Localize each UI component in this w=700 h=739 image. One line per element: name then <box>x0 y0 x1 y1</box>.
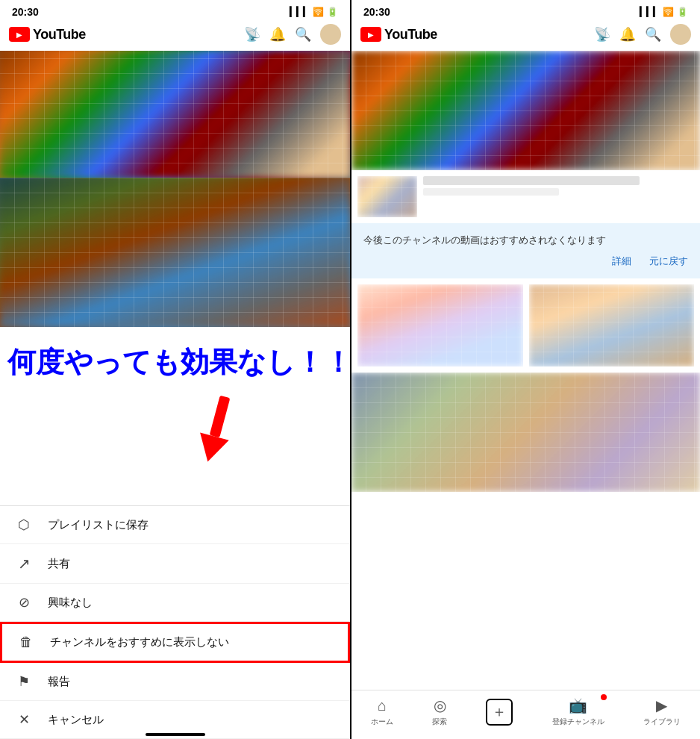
left-status-time: 20:30 <box>12 6 39 18</box>
channel-hide-icon: 🗑 <box>17 634 35 650</box>
right-big-lower-thumb <box>351 372 700 492</box>
avatar[interactable] <box>320 24 341 45</box>
left-yt-logo: YouTube <box>9 27 86 43</box>
menu-notinterested-label: 興味なし <box>48 596 93 610</box>
right-status-bar: 20:30 ▎▎▎ 🛜 🔋 <box>351 0 700 21</box>
right-phone: 20:30 ▎▎▎ 🛜 🔋 YouTube 📡 🔔 🔍 <box>350 0 700 739</box>
library-icon: ▶ <box>656 696 667 714</box>
youtube-logo-text: YouTube <box>33 27 86 43</box>
menu-item-save[interactable]: ⬡ プレイリストに保存 <box>0 506 350 544</box>
report-icon: ⚑ <box>15 673 33 690</box>
save-icon: ⬡ <box>15 517 33 533</box>
bell-icon[interactable]: 🔔 <box>269 26 286 43</box>
right-lower-thumbs <box>351 278 700 372</box>
notification-text: 今後このチャンネルの動画はおすすめされなくなります <box>363 234 688 247</box>
cast-icon[interactable]: 📡 <box>244 26 260 43</box>
notinterested-icon: ⊘ <box>15 594 33 611</box>
right-partial-thumb <box>357 176 417 217</box>
nav-subscriptions[interactable]: 📺 登録チャンネル <box>552 696 604 727</box>
right-yt-logo: YouTube <box>360 27 437 43</box>
nav-home-label: ホーム <box>371 717 393 727</box>
explore-icon: ◎ <box>434 696 446 714</box>
menu-share-label: 共有 <box>48 557 70 571</box>
nav-subscriptions-label: 登録チャンネル <box>552 717 604 727</box>
right-cast-icon[interactable]: 📡 <box>594 26 610 43</box>
subscriptions-icon: 📺 <box>569 696 587 714</box>
nav-add[interactable]: ＋ <box>486 699 513 726</box>
left-status-bar: 20:30 ▎▎▎ 🛜 🔋 <box>0 0 350 21</box>
add-icon: ＋ <box>492 702 507 722</box>
menu-item-share[interactable]: ↗ 共有 <box>0 544 350 584</box>
right-youtube-logo-icon <box>360 27 381 42</box>
main-container: 20:30 ▎▎▎ 🛜 🔋 YouTube 📡 🔔 🔍 <box>0 0 700 739</box>
bottom-menu: ⬡ プレイリストに保存 ↗ 共有 ⊘ 興味なし 🗑 チャンネルをおすすめに表示し… <box>0 505 350 739</box>
wifi-icon: 🛜 <box>313 7 324 17</box>
menu-save-label: プレイリストに保存 <box>48 518 149 532</box>
right-partial-thumb-row <box>351 170 700 223</box>
right-bottom-nav: ⌂ ホーム ◎ 探索 ＋ 📺 登録チャンネル ▶ ライブラリ <box>351 690 700 739</box>
signal-icon: ▎▎▎ <box>290 7 310 17</box>
nav-library[interactable]: ▶ ライブラリ <box>643 696 681 727</box>
left-top-thumbnail <box>0 51 350 178</box>
add-button[interactable]: ＋ <box>486 699 513 726</box>
menu-item-channel-hide[interactable]: 🗑 チャンネルをおすすめに表示しない <box>0 622 350 663</box>
subscription-badge <box>601 694 607 700</box>
right-search-icon[interactable]: 🔍 <box>645 26 661 43</box>
menu-report-label: 報告 <box>48 675 70 689</box>
share-icon: ↗ <box>15 555 33 573</box>
menu-channel-hide-label: チャンネルをおすすめに表示しない <box>50 635 229 649</box>
left-header-actions: 📡 🔔 🔍 <box>244 24 341 45</box>
left-bottom-thumbnail <box>0 178 350 327</box>
right-wifi-icon: 🛜 <box>663 7 674 17</box>
battery-icon: 🔋 <box>327 7 338 17</box>
left-yt-header: YouTube 📡 🔔 🔍 <box>0 21 350 51</box>
left-home-indicator <box>146 733 205 736</box>
notification-detail-btn[interactable]: 詳細 <box>612 255 631 268</box>
right-lower-thumb1 <box>357 284 523 367</box>
nav-home[interactable]: ⌂ ホーム <box>371 697 393 727</box>
home-icon: ⌂ <box>378 697 387 714</box>
menu-item-report[interactable]: ⚑ 報告 <box>0 663 350 701</box>
right-video-info <box>423 176 694 217</box>
menu-cancel-label: キャンセル <box>48 713 104 727</box>
right-battery-icon: 🔋 <box>677 7 688 17</box>
notification-actions: 詳細 元に戻す <box>363 255 688 268</box>
search-icon[interactable]: 🔍 <box>295 26 311 43</box>
right-lower-thumb2 <box>529 284 695 367</box>
left-status-icons: ▎▎▎ 🛜 🔋 <box>290 7 338 17</box>
right-status-icons: ▎▎▎ 🛜 🔋 <box>640 7 688 17</box>
right-top-thumbnail <box>351 51 700 170</box>
notification-undo-btn[interactable]: 元に戻す <box>649 255 688 268</box>
right-header-actions: 📡 🔔 🔍 <box>594 24 691 45</box>
notification-bar: 今後このチャンネルの動画はおすすめされなくなります 詳細 元に戻す <box>351 223 700 278</box>
right-avatar[interactable] <box>670 24 691 45</box>
nav-explore[interactable]: ◎ 探索 <box>432 696 447 727</box>
right-signal-icon: ▎▎▎ <box>640 7 660 17</box>
left-phone: 20:30 ▎▎▎ 🛜 🔋 YouTube 📡 🔔 🔍 <box>0 0 350 739</box>
cancel-icon: ✕ <box>15 711 33 728</box>
right-youtube-logo-text: YouTube <box>384 27 437 43</box>
menu-item-notinterested[interactable]: ⊘ 興味なし <box>0 584 350 622</box>
nav-library-label: ライブラリ <box>643 717 681 727</box>
youtube-logo-icon <box>9 27 30 42</box>
right-yt-header: YouTube 📡 🔔 🔍 <box>351 21 700 51</box>
nav-explore-label: 探索 <box>432 717 447 727</box>
right-bell-icon[interactable]: 🔔 <box>619 26 636 43</box>
right-status-time: 20:30 <box>363 6 390 18</box>
